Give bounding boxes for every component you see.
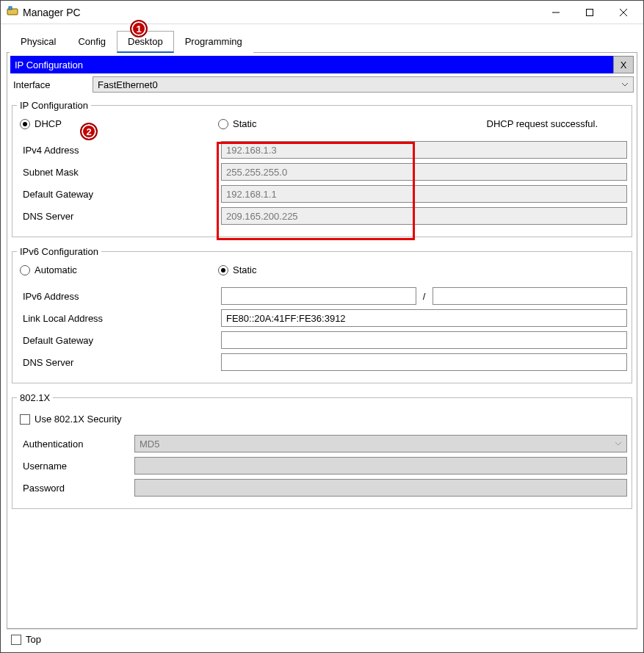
ipv6-group: IPv6 Configuration Automatic Static IPv6… (12, 246, 632, 383)
ipv4-dhcp-label: DHCP (35, 118, 62, 129)
ipv6-gateway-label: Default Gateway (17, 335, 221, 346)
link-local-label: Link Local Address (17, 313, 221, 324)
ipv6-gateway-field[interactable] (221, 331, 627, 349)
applet-titlebar: IP Configuration X (10, 56, 634, 73)
ipv6-address-field[interactable] (221, 287, 416, 305)
applet-title: IP Configuration (15, 59, 83, 71)
tab-programming[interactable]: Programming (174, 31, 253, 53)
dot1x-legend: 802.1X (17, 392, 53, 403)
bottom-bar: Top (7, 629, 637, 649)
svg-rect-1 (9, 7, 12, 10)
radio-dot-icon (20, 265, 30, 275)
ipv4-group: IP Configuration DHCP Static DHCP reques… (12, 100, 632, 237)
ipv6-automatic-label: Automatic (35, 264, 77, 275)
ipv4-legend: IP Configuration (17, 100, 91, 111)
tab-config[interactable]: Config (67, 31, 117, 53)
use-8021x-checkbox[interactable] (20, 414, 30, 425)
ipv6-mode-row: Automatic Static (17, 260, 627, 283)
maximize-button[interactable] (573, 1, 607, 24)
interface-row: Interface FastEthernet0 (10, 76, 634, 93)
interface-label: Interface (10, 79, 93, 90)
ipv6-address-label: IPv6 Address (17, 291, 221, 302)
ipv4-mode-row: DHCP Static DHCP request successful. (17, 114, 627, 137)
callout-1: 1 (130, 20, 148, 37)
ipv6-legend: IPv6 Configuration (17, 246, 101, 257)
subnet-mask-field: 255.255.255.0 (221, 163, 627, 181)
default-gateway-field: 192.168.1.1 (221, 185, 627, 203)
username-label: Username (17, 461, 134, 472)
top-label: Top (26, 634, 41, 645)
auth-select: MD5 (134, 435, 627, 452)
dot1x-group: 802.1X Use 802.1X Security Authenticatio… (12, 392, 632, 509)
radio-dot-icon (218, 265, 228, 275)
ipv6-dns-field[interactable] (221, 353, 627, 371)
ipv6-prefix-field[interactable] (433, 287, 628, 305)
tabs-wrap: Physical Config Desktop Programming 1 (7, 30, 637, 53)
password-field (134, 479, 627, 497)
ipv4-address-label: IPv4 Address (17, 145, 221, 156)
titlebar: Manager PC (1, 1, 643, 24)
dns-server-label: DNS Server (17, 211, 221, 222)
dhcp-status: DHCP request successful. (487, 118, 628, 129)
ipv6-automatic-radio[interactable]: Automatic (20, 264, 218, 275)
dns-server-field: 209.165.200.225 (221, 207, 627, 225)
ipv4-address-field: 192.168.1.3 (221, 141, 627, 159)
applet-close-button[interactable]: X (613, 56, 634, 73)
app-icon (7, 5, 18, 19)
desktop-panel: IP Configuration X Interface FastEtherne… (7, 53, 637, 629)
chevron-down-icon (621, 79, 629, 90)
close-button[interactable] (607, 1, 640, 24)
radio-dot-icon (218, 119, 228, 129)
callout-2: 2 (80, 123, 98, 140)
tabs: Physical Config Desktop Programming (7, 30, 637, 53)
ipv6-static-label: Static (233, 264, 257, 275)
svg-rect-3 (587, 9, 593, 15)
minimize-button[interactable] (539, 1, 573, 24)
app-window: Manager PC Physical Config Desktop Progr… (0, 0, 644, 653)
auth-value: MD5 (140, 439, 159, 450)
chevron-down-icon (615, 439, 622, 450)
link-local-field[interactable]: FE80::20A:41FF:FE36:3912 (221, 309, 627, 327)
auth-label: Authentication (17, 439, 134, 450)
radio-dot-icon (20, 119, 30, 129)
ipv6-static-radio[interactable]: Static (218, 264, 257, 275)
interface-value: FastEthernet0 (98, 79, 158, 90)
ipv6-prefix-sep: / (421, 291, 428, 302)
interface-select[interactable]: FastEthernet0 (93, 76, 634, 93)
username-field (134, 457, 627, 475)
password-label: Password (17, 483, 134, 494)
ipv4-static-radio[interactable]: Static (218, 118, 409, 129)
use-8021x-label: Use 802.1X Security (35, 414, 122, 425)
ipv6-dns-label: DNS Server (17, 357, 221, 368)
ipv4-static-label: Static (233, 118, 257, 129)
default-gateway-label: Default Gateway (17, 189, 221, 200)
top-checkbox[interactable] (11, 635, 21, 645)
content-area: Physical Config Desktop Programming 1 IP… (1, 24, 643, 652)
ipv4-dhcp-radio[interactable]: DHCP (20, 118, 218, 129)
window-title: Manager PC (23, 7, 81, 18)
tab-physical[interactable]: Physical (10, 31, 67, 53)
subnet-mask-label: Subnet Mask (17, 167, 221, 178)
